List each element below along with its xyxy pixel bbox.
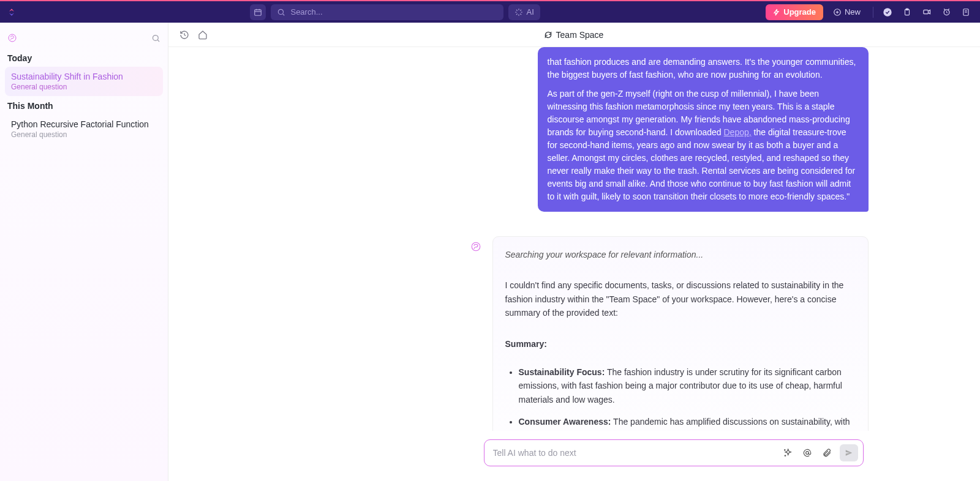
ai-avatar (470, 241, 485, 256)
summary-point: Sustainability Focus: The fashion indust… (519, 365, 856, 406)
ai-input-bar (484, 439, 864, 466)
mention-icon[interactable] (801, 446, 814, 460)
sidebar: Today Sustainability Shift in Fashion Ge… (0, 23, 168, 481)
svg-line-5 (283, 13, 285, 15)
video-icon[interactable] (919, 4, 935, 20)
clipboard-icon[interactable] (899, 4, 915, 20)
svg-rect-12 (923, 10, 928, 13)
notepad-icon[interactable] (958, 4, 974, 20)
summary-heading: Summary: (505, 337, 856, 351)
search-icon (151, 34, 160, 43)
enhance-icon[interactable] (781, 446, 794, 460)
top-navigation: Search... AI Upgrade New (0, 0, 980, 23)
svg-line-16 (944, 9, 945, 10)
svg-point-4 (279, 9, 284, 14)
svg-line-25 (184, 35, 186, 35)
app-logo[interactable] (6, 7, 17, 18)
ai-button[interactable]: AI (508, 4, 540, 20)
svg-point-21 (9, 34, 16, 42)
section-month-label: This Month (5, 96, 163, 114)
check-circle-icon[interactable] (880, 4, 895, 20)
sidebar-search-button[interactable] (151, 34, 160, 43)
ai-brain-icon (7, 33, 17, 43)
ai-prompt-input[interactable] (493, 448, 775, 458)
user-message: that fashion produces and are demanding … (538, 47, 869, 212)
search-icon (277, 8, 285, 17)
global-search[interactable]: Search... (271, 4, 503, 20)
depop-link[interactable]: Depop, (723, 127, 751, 137)
attach-icon[interactable] (820, 446, 834, 460)
user-paragraph: that fashion produces and are demanding … (548, 56, 859, 81)
svg-line-15 (946, 12, 947, 13)
send-button[interactable] (840, 444, 858, 461)
plus-circle-icon (833, 8, 842, 17)
alarm-icon[interactable] (938, 4, 954, 20)
lightning-icon (773, 9, 780, 16)
page-title: Team Space (556, 30, 604, 40)
user-paragraph: As part of the gen-Z myself (right on th… (548, 88, 859, 203)
search-placeholder: Search... (290, 7, 497, 17)
main-header: Team Space (168, 23, 980, 47)
separator (873, 7, 873, 18)
svg-line-23 (157, 40, 159, 42)
new-label: New (845, 7, 861, 17)
conversation-item[interactable]: Python Recursive Factorial Function Gene… (5, 114, 163, 144)
svg-point-9 (883, 8, 891, 16)
upgrade-label: Upgrade (783, 7, 816, 17)
ai-message: Searching your workspace for relevant in… (492, 236, 869, 431)
conversation-item[interactable]: Sustainability Shift in Fashion General … (5, 67, 163, 96)
svg-rect-0 (255, 9, 262, 15)
svg-point-22 (153, 35, 159, 40)
ai-label: AI (526, 7, 533, 17)
ai-status: Searching your workspace for relevant in… (505, 248, 856, 261)
calendar-button[interactable] (250, 4, 266, 20)
conversation-title: Python Recursive Factorial Function (11, 119, 157, 129)
new-button[interactable]: New (827, 4, 867, 20)
conversation-area: that fashion produces and are demanding … (168, 47, 980, 431)
send-icon (845, 449, 853, 457)
conversation-subtitle: General question (11, 83, 157, 91)
sparkle-icon (514, 8, 523, 17)
ai-intro: I couldn't find any specific documents, … (505, 278, 856, 319)
main-panel: Team Space that fashion produces and are… (168, 23, 980, 481)
history-icon[interactable] (177, 28, 192, 42)
refresh-icon (544, 31, 552, 39)
home-icon[interactable] (195, 28, 210, 42)
svg-point-26 (472, 242, 480, 251)
conversation-subtitle: General question (11, 130, 157, 139)
summary-point: Consumer Awareness: The pandemic has amp… (519, 415, 856, 431)
upgrade-button[interactable]: Upgrade (766, 4, 823, 20)
svg-point-27 (805, 452, 809, 455)
section-today-label: Today (5, 48, 163, 67)
conversation-title: Sustainability Shift in Fashion (11, 72, 157, 81)
svg-line-17 (948, 9, 949, 10)
